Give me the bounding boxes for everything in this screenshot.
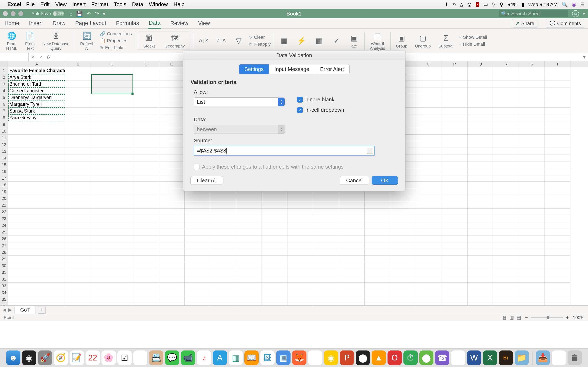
bluetooth-icon[interactable]: ⚲ — [492, 2, 496, 7]
cell[interactable] — [467, 262, 493, 269]
dock-time[interactable]: ⏱ — [403, 350, 418, 365]
cell[interactable] — [493, 155, 519, 161]
cell[interactable] — [493, 209, 519, 215]
cell[interactable] — [442, 168, 467, 175]
chevron-down-icon[interactable]: ▾ — [583, 11, 585, 17]
geography-button[interactable]: 🗺Geography — [162, 33, 187, 48]
cell[interactable] — [210, 229, 236, 235]
cell[interactable] — [467, 256, 493, 262]
cell[interactable] — [65, 303, 91, 305]
row-header[interactable]: 1 — [0, 67, 8, 74]
cell[interactable] — [390, 276, 416, 283]
cell[interactable] — [91, 114, 133, 121]
cell[interactable] — [65, 215, 91, 222]
cell[interactable] — [493, 215, 519, 222]
cell[interactable] — [262, 262, 287, 269]
sort-za-button[interactable]: Z↓A — [214, 36, 228, 46]
reapply-button[interactable]: ↻Reapply — [249, 42, 271, 47]
cell[interactable] — [519, 81, 545, 87]
cell[interactable] — [91, 296, 133, 303]
cell[interactable] — [133, 134, 159, 141]
col-header-b[interactable]: B — [65, 61, 91, 67]
range-selector-icon[interactable] — [367, 148, 373, 154]
cell[interactable] — [91, 108, 133, 114]
cell[interactable] — [210, 296, 236, 303]
cell[interactable] — [467, 195, 493, 202]
cell[interactable] — [493, 134, 519, 141]
cell[interactable] — [91, 155, 133, 161]
cell[interactable] — [313, 276, 339, 283]
row-header[interactable]: 30 — [0, 262, 8, 269]
cell[interactable] — [519, 128, 545, 134]
cell[interactable] — [159, 269, 185, 276]
cell[interactable] — [185, 195, 210, 202]
cancel-formula-icon[interactable]: ✕ — [31, 54, 35, 60]
cell[interactable] — [133, 67, 159, 74]
share-button[interactable]: ↗Share — [512, 19, 538, 28]
cell[interactable] — [442, 289, 467, 296]
cell[interactable] — [545, 155, 571, 161]
dock-itunes[interactable]: ♪ — [197, 350, 211, 365]
cell[interactable] — [545, 296, 571, 303]
cell[interactable] — [159, 283, 185, 289]
cell[interactable] — [91, 141, 133, 148]
cell[interactable] — [493, 148, 519, 155]
cell[interactable] — [236, 296, 262, 303]
dock-reminders[interactable]: ☑ — [117, 350, 132, 365]
dock-word[interactable]: W — [467, 350, 481, 365]
dock-siri[interactable]: ◉ — [22, 350, 36, 365]
cell[interactable] — [442, 195, 467, 202]
cell[interactable] — [442, 94, 467, 101]
cell[interactable] — [467, 222, 493, 229]
cell[interactable] — [339, 202, 365, 209]
cell[interactable] — [493, 121, 519, 128]
row-header[interactable]: 25 — [0, 229, 8, 235]
text-to-columns-button[interactable]: ▥ — [277, 36, 291, 46]
cell[interactable] — [416, 276, 442, 283]
cell[interactable] — [236, 269, 262, 276]
cell[interactable] — [519, 303, 545, 305]
cell[interactable] — [159, 303, 185, 305]
cell[interactable] — [442, 141, 467, 148]
cell[interactable] — [91, 283, 133, 289]
cell[interactable] — [8, 276, 65, 283]
cell[interactable] — [313, 215, 339, 222]
col-header-t[interactable]: T — [545, 61, 571, 67]
row-header[interactable]: 27 — [0, 242, 8, 249]
cell[interactable] — [65, 188, 91, 195]
page-layout-view-icon[interactable]: ▥ — [510, 315, 514, 320]
cell[interactable] — [262, 256, 287, 262]
cell[interactable] — [416, 175, 442, 182]
edit-links-button[interactable]: ✎Edit Links — [100, 45, 132, 50]
row-header[interactable]: 32 — [0, 276, 8, 283]
cell[interactable] — [159, 296, 185, 303]
cell[interactable] — [545, 249, 571, 256]
row-header[interactable]: 35 — [0, 296, 8, 303]
cell[interactable] — [545, 283, 571, 289]
cell[interactable] — [390, 229, 416, 235]
cell[interactable] — [365, 283, 390, 289]
cell[interactable] — [416, 283, 442, 289]
cell[interactable] — [287, 256, 313, 262]
cell[interactable] — [133, 155, 159, 161]
cell[interactable] — [545, 121, 571, 128]
cell[interactable] — [493, 188, 519, 195]
cell[interactable] — [185, 242, 210, 249]
tab-insert[interactable]: Insert — [28, 18, 44, 28]
cell[interactable] — [365, 269, 390, 276]
cell[interactable] — [467, 74, 493, 81]
flash-fill-button[interactable]: ⚡ — [294, 36, 309, 46]
cell[interactable] — [416, 108, 442, 114]
cell[interactable] — [91, 148, 133, 155]
comments-button[interactable]: 💬Comments — [546, 19, 584, 28]
cell[interactable] — [159, 235, 185, 242]
cell[interactable] — [493, 202, 519, 209]
cell[interactable] — [519, 168, 545, 175]
row-header[interactable]: 26 — [0, 235, 8, 242]
cell[interactable] — [287, 289, 313, 296]
cell[interactable] — [91, 209, 133, 215]
cell[interactable] — [185, 269, 210, 276]
tab-page-layout[interactable]: Page Layout — [75, 18, 107, 28]
col-header-r[interactable]: R — [493, 61, 519, 67]
cell[interactable] — [91, 161, 133, 168]
